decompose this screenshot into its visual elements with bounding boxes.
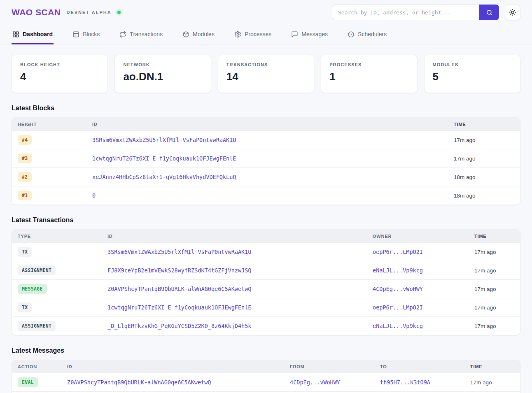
messages-section-title: Latest Messages	[12, 347, 520, 354]
stat-value: 1	[329, 70, 408, 83]
transaction-time: 17m ago	[469, 298, 520, 317]
messages-table: ACTION ID FROM TO TIME EVAL Z0AVPShcyTPa…	[12, 360, 520, 393]
col-header-type: TYPE	[12, 230, 102, 243]
tab-transactions[interactable]: Transactions	[119, 25, 163, 44]
stat-card-network: NETWORK ao.DN.1	[114, 55, 211, 93]
transaction-row: TX 3SRsm6VmxtZWAxbZ5U5rlXfMIl-VsFaP0ntvw…	[12, 243, 520, 261]
col-header-time: TIME	[448, 118, 520, 131]
nav-tab-label: Schedulers	[358, 31, 387, 37]
block-time: 17m ago	[448, 149, 520, 168]
grid-icon	[12, 31, 19, 38]
transaction-owner-link[interactable]: oepP6r...LMpO2I	[373, 304, 423, 311]
search-group	[332, 5, 499, 20]
message-row: EVAL uBzW9wUmmowJliNEXudld_GlAcyXPgBz_wC…	[12, 392, 520, 393]
transaction-time: 17m ago	[469, 280, 520, 298]
transaction-type-badge: TX	[18, 247, 32, 257]
stat-label: TRANSACTIONS	[226, 62, 306, 67]
message-action-badge: EVAL	[18, 377, 38, 387]
main-nav: Dashboard Blocks Transactions Modules Pr…	[0, 25, 532, 44]
blocks-section-title: Latest Blocks	[12, 105, 520, 112]
col-header-time: TIME	[464, 360, 520, 373]
block-height-badge: #1	[18, 191, 32, 200]
status-dot-icon	[117, 11, 121, 14]
brand: WAO SCAN DEVNET ALPHA	[12, 7, 121, 17]
tab-blocks[interactable]: Blocks	[72, 25, 100, 44]
app-logo: WAO SCAN	[12, 7, 61, 17]
tab-schedulers[interactable]: Schedulers	[347, 25, 387, 44]
message-time: 17m ago	[464, 392, 520, 393]
tab-processes[interactable]: Processes	[233, 25, 272, 44]
nav-tab-label: Modules	[193, 31, 215, 37]
message-from-link[interactable]: 4CDpEg...vWoHWY	[290, 379, 340, 386]
block-time: 18m ago	[448, 186, 520, 205]
tab-dashboard[interactable]: Dashboard	[12, 25, 54, 44]
panel-icon	[72, 31, 79, 38]
message-to-link[interactable]: th95H7...K3tO9A	[380, 379, 430, 386]
message-row: EVAL Z0AVPShcyTPantqB9QbURLK-alWnAG0qe6C…	[12, 373, 520, 392]
transaction-id-link[interactable]: Z0AVPShcyTPantqB9QbURLK-alWnAG0qe6C5AKwe…	[107, 286, 252, 292]
blocks-table: HEIGHT ID TIME #4 3SRsm6VmxtZWAxbZ5U5rlX…	[12, 117, 520, 205]
gear-icon	[234, 31, 241, 38]
nav-tab-label: Processes	[245, 31, 271, 37]
stat-label: MODULES	[433, 62, 512, 67]
block-id-link[interactable]: 3SRsm6VmxtZWAxbZ5U5rlXfMIl-VsFaP0ntvwRaA…	[92, 137, 236, 143]
transaction-owner-link[interactable]: oepP6r...LMpO2I	[373, 249, 423, 255]
block-row: #3 1cwtqgNruT26Tz6XI_E_f1yCoqkuauk1OFJEw…	[12, 149, 520, 168]
stat-card-block-height: BLOCK HEIGHT 4	[12, 55, 108, 93]
stat-value: ao.DN.1	[123, 70, 202, 83]
search-input[interactable]	[332, 5, 479, 20]
header: WAO SCAN DEVNET ALPHA	[12, 0, 520, 25]
message-id-link[interactable]: Z0AVPShcyTPantqB9QbURLK-alWnAG0qe6C5AKwe…	[67, 379, 211, 386]
stat-value: 14	[226, 70, 306, 83]
transaction-id-link[interactable]: 3SRsm6VmxtZWAxbZ5U5rlXfMIl-VsFaP0ntvwRaA…	[107, 249, 252, 255]
block-id-link[interactable]: 1cwtqgNruT26Tz6XI_E_f1yCoqkuauk1OFJEwgFE…	[92, 155, 236, 162]
stat-value: 5	[433, 70, 512, 83]
transaction-id-link[interactable]: 1cwtqgNruT26Tz6XI_E_f1yCoqkuauk1OFJEwgFE…	[107, 304, 252, 311]
stat-card-transactions: TRANSACTIONS 14	[218, 55, 314, 93]
block-time: 18m ago	[448, 168, 520, 186]
stat-value: 4	[20, 70, 99, 83]
col-header-height: HEIGHT	[12, 118, 86, 131]
network-env-badge: DEVNET ALPHA	[67, 10, 112, 15]
block-row: #1 0 18m ago	[12, 186, 520, 205]
stat-label: NETWORK	[123, 62, 202, 67]
col-header-time: TIME	[469, 230, 520, 243]
transaction-id-link[interactable]: FJ8X9ceYpB2e1mVEwkS28wyfRZSdKT4tGZFjVnzw…	[107, 267, 252, 274]
tab-modules[interactable]: Modules	[182, 25, 215, 44]
transaction-owner-link[interactable]: 4CDpEg...vWoHWY	[373, 286, 423, 292]
transaction-type-badge: ASSIGNMENT	[18, 321, 56, 331]
transaction-row: ASSIGNMENT _D_LlqERTkzvKhG_PqKGuYCSD5Z2K…	[12, 317, 520, 335]
block-id-link[interactable]: 0	[92, 192, 96, 199]
transactions-table: TYPE ID OWNER TIME TX 3SRsm6VmxtZWAxbZ5U…	[12, 229, 520, 335]
block-height-badge: #4	[18, 135, 32, 145]
transaction-type-badge: TX	[18, 302, 32, 312]
transaction-time: 17m ago	[469, 261, 520, 280]
nav-tab-label: Transactions	[130, 31, 163, 37]
col-header-action: ACTION	[12, 360, 61, 373]
transaction-type-badge: MESSAGE	[18, 284, 47, 294]
col-header-to: TO	[374, 360, 464, 373]
transaction-row: MESSAGE Z0AVPShcyTPantqB9QbURLK-alWnAG0q…	[12, 280, 520, 298]
clock-icon	[348, 31, 355, 38]
header-tools	[332, 5, 520, 20]
blocks-header-row: HEIGHT ID TIME	[12, 118, 520, 131]
block-id-link[interactable]: xeJAnnz4HHbCpSz8taXr1-qVg16HkvVhydVDEFQk…	[92, 174, 236, 180]
stats-row: BLOCK HEIGHT 4 NETWORK ao.DN.1 TRANSACTI…	[12, 55, 520, 93]
nav-tab-label: Dashboard	[23, 31, 53, 37]
transaction-owner-link[interactable]: eNaLJL...Vp9kcg	[373, 323, 423, 329]
transaction-time: 17m ago	[469, 243, 520, 261]
stat-label: BLOCK HEIGHT	[20, 62, 99, 67]
block-row: #4 3SRsm6VmxtZWAxbZ5U5rlXfMIl-VsFaP0ntvw…	[12, 131, 520, 149]
transaction-row: ASSIGNMENT FJ8X9ceYpB2e1mVEwkS28wyfRZSdK…	[12, 261, 520, 280]
transaction-owner-link[interactable]: eNaLJL...Vp9kcg	[373, 267, 423, 274]
repeat-icon	[119, 31, 126, 38]
messages-header-row: ACTION ID FROM TO TIME	[12, 360, 520, 373]
transactions-header-row: TYPE ID OWNER TIME	[12, 230, 520, 243]
tab-messages[interactable]: Messages	[290, 25, 329, 44]
transaction-id-link[interactable]: _D_LlqERTkzvKhG_PqKGuYCSD5Z2K0_8z64KkjD4…	[107, 323, 252, 329]
message-time: 17m ago	[464, 373, 520, 392]
col-header-owner: OWNER	[367, 230, 469, 243]
search-button[interactable]	[479, 5, 499, 20]
stat-card-processes: PROCESSES 1	[321, 55, 417, 93]
theme-toggle-button[interactable]	[505, 5, 520, 20]
